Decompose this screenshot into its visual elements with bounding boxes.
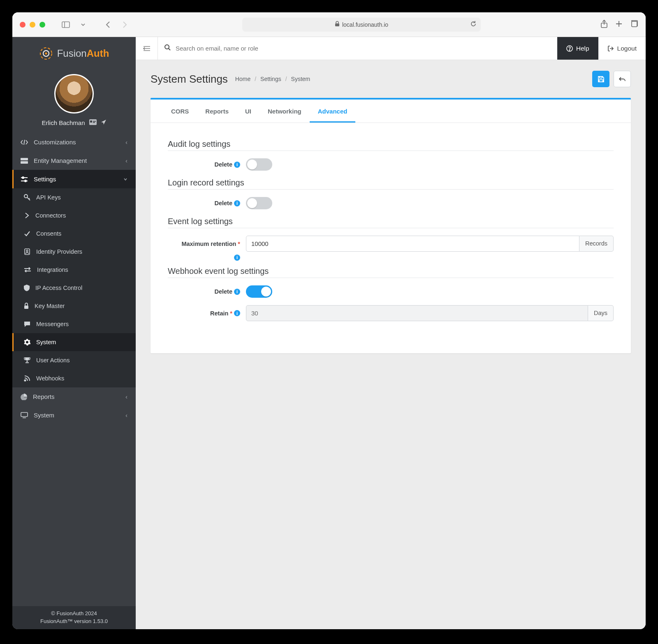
event-retention-input[interactable]: [246, 236, 579, 252]
info-icon[interactable]: i: [234, 200, 240, 206]
pie-chart-icon: [21, 394, 27, 400]
webhook-heading: Webhook event log settings: [168, 266, 614, 276]
chevron-left-icon: ‹: [125, 139, 127, 146]
svg-rect-28: [24, 306, 28, 309]
svg-rect-12: [93, 121, 96, 122]
chevron-left-icon: ‹: [125, 393, 127, 400]
id-card-icon[interactable]: [89, 119, 97, 126]
sliders-icon: [21, 176, 28, 182]
settings-panel: CORS Reports UI Networking Advanced Audi…: [151, 98, 631, 353]
sidebar-nav: Customizations ‹ Entity Management ‹ Set…: [12, 133, 136, 606]
server-icon: [21, 158, 28, 164]
required-mark: *: [230, 310, 232, 317]
fusionauth-logo-icon: [39, 46, 53, 60]
tab-reports[interactable]: Reports: [197, 100, 237, 123]
exchange-icon: [24, 267, 31, 272]
nav-system[interactable]: System ‹: [12, 406, 136, 424]
crumb-home[interactable]: Home: [235, 76, 250, 82]
webhook-retain-input[interactable]: [246, 305, 588, 321]
sidebar: FusionAuth Erlich Bachman Customizations…: [12, 37, 136, 629]
back-icon[interactable]: [102, 19, 114, 30]
tab-cors[interactable]: CORS: [163, 100, 197, 123]
info-icon[interactable]: i: [234, 255, 240, 261]
info-icon[interactable]: i: [234, 310, 240, 316]
nav-user-actions[interactable]: User Actions: [12, 351, 136, 369]
nav-reports[interactable]: Reports ‹: [12, 387, 136, 406]
nav-api-keys[interactable]: API Keys: [12, 188, 136, 206]
tab-bar: CORS Reports UI Networking Advanced: [151, 100, 631, 123]
nav-messengers[interactable]: Messengers: [12, 315, 136, 333]
event-retention-label: Maximum retention: [181, 241, 236, 247]
close-window-icon[interactable]: [20, 22, 25, 28]
chevron-down-icon: [123, 176, 127, 183]
brand-text-2: Auth: [87, 48, 109, 59]
tabs-icon[interactable]: [630, 20, 638, 30]
logout-button[interactable]: Logout: [598, 37, 646, 60]
svg-point-21: [24, 195, 28, 198]
sidebar-toggle-icon[interactable]: [58, 20, 73, 30]
crumb-settings[interactable]: Settings: [260, 76, 281, 82]
svg-rect-2: [335, 23, 339, 26]
location-arrow-icon[interactable]: [101, 119, 107, 126]
svg-rect-13: [93, 122, 95, 123]
nav-integrations[interactable]: Integrations: [12, 261, 136, 279]
minimize-window-icon[interactable]: [30, 22, 35, 28]
nav-key-master[interactable]: Key Master: [12, 297, 136, 315]
svg-rect-11: [90, 120, 92, 123]
audit-delete-label: Delete: [214, 161, 232, 168]
logout-icon: [607, 45, 614, 52]
monitor-icon: [21, 412, 28, 418]
forward-icon[interactable]: [118, 19, 131, 30]
share-icon[interactable]: [600, 20, 608, 30]
traffic-lights: [20, 22, 45, 28]
nav-system-settings[interactable]: System: [12, 333, 136, 351]
refresh-icon[interactable]: [470, 21, 477, 28]
svg-rect-6: [632, 21, 637, 27]
gear-icon: [24, 339, 30, 345]
avatar[interactable]: [54, 74, 94, 114]
nav-consents[interactable]: Consents: [12, 225, 136, 243]
nav-webhooks[interactable]: Webhooks: [12, 369, 136, 387]
tab-ui[interactable]: UI: [237, 100, 259, 123]
login-delete-toggle[interactable]: [246, 197, 272, 209]
maximize-window-icon[interactable]: [39, 22, 45, 28]
key-icon: [24, 194, 30, 201]
undo-button[interactable]: [614, 71, 631, 87]
nav-connectors[interactable]: Connectors: [12, 206, 136, 225]
sidebar-footer: © FusionAuth 2024 FusionAuth™ version 1.…: [12, 606, 136, 629]
brand-text-1: Fusion: [57, 48, 87, 59]
audit-delete-toggle[interactable]: [246, 158, 272, 171]
webhook-delete-toggle[interactable]: [246, 285, 272, 298]
nav-identity-providers[interactable]: Identity Providers: [12, 243, 136, 261]
save-icon: [598, 76, 605, 83]
nav-customizations[interactable]: Customizations ‹: [12, 133, 136, 151]
tab-advanced[interactable]: Advanced: [310, 100, 356, 123]
help-button[interactable]: Help: [557, 37, 598, 60]
nav-settings[interactable]: Settings: [12, 170, 136, 188]
svg-point-29: [24, 380, 25, 381]
nav-entity-management[interactable]: Entity Management ‹: [12, 151, 136, 170]
info-icon[interactable]: i: [234, 289, 240, 295]
user-name: Erlich Bachman: [42, 119, 85, 126]
divider: [168, 228, 614, 228]
login-heading: Login record settings: [168, 178, 614, 188]
plus-icon[interactable]: [615, 20, 623, 29]
search-input[interactable]: [176, 45, 551, 52]
tab-networking[interactable]: Networking: [259, 100, 310, 123]
crumb-system: System: [291, 76, 310, 82]
brand-logo[interactable]: FusionAuth: [12, 37, 136, 70]
info-icon[interactable]: i: [234, 162, 240, 168]
chevron-down-icon[interactable]: [77, 21, 89, 29]
svg-rect-30: [21, 412, 28, 417]
footer-version: FusionAuth™ version 1.53.0: [12, 617, 136, 625]
svg-point-25: [26, 250, 28, 252]
svg-rect-16: [21, 161, 28, 164]
audit-heading: Audit log settings: [168, 139, 614, 149]
chevron-left-icon: ‹: [125, 157, 127, 164]
nav-ip-access-control[interactable]: IP Access Control: [12, 279, 136, 297]
collapse-sidebar-button[interactable]: [136, 37, 158, 60]
svg-rect-0: [62, 22, 70, 28]
url-bar[interactable]: local.fusionauth.io: [242, 18, 481, 32]
svg-line-14: [24, 140, 25, 145]
save-button[interactable]: [592, 71, 609, 87]
